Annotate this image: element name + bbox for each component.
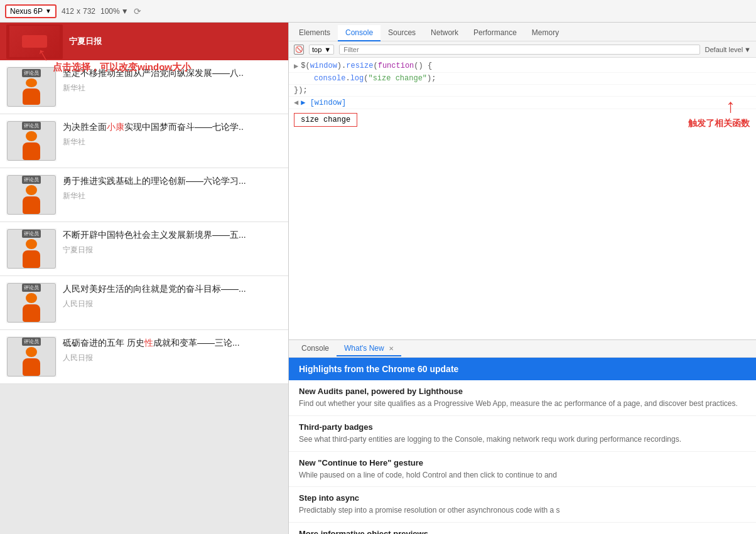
console-code-2: console.log("size change"); xyxy=(314,74,436,83)
news-header: 宁夏日报 xyxy=(0,23,288,60)
whats-new-title-4: Step into async xyxy=(299,493,746,503)
news-source-4: 宁夏日报 xyxy=(63,245,282,255)
news-item[interactable]: 评论员 坚定不移推动全面从严治党向纵深发展——八.. 新华社 xyxy=(0,60,288,114)
news-item[interactable]: 评论员 砥砺奋进的五年 历史性成就和变革——三论... 人民日报 xyxy=(0,330,288,384)
console-code-3: }); xyxy=(294,86,308,95)
news-source-1: 新华社 xyxy=(63,83,282,93)
console-line: console.log("size change"); xyxy=(289,73,756,85)
whats-new-close[interactable]: ✕ xyxy=(389,345,394,352)
filter-input[interactable] xyxy=(339,45,699,55)
news-content-1: 坚定不移推动全面从严治党向纵深发展——八.. 新华社 xyxy=(63,67,282,93)
news-content-3: 勇于推进实践基础上的理论创新——六论学习... 新华社 xyxy=(63,174,282,201)
devtools-panel: Elements Console Sources Network Perform… xyxy=(289,23,756,534)
news-list: 宁夏日报 评论员 坚定不移推动全面从严治党向纵深发展——八.. 新华社 xyxy=(0,23,288,384)
whats-new-item: Third-party badges See what third-party … xyxy=(289,416,756,452)
news-content-2: 为决胜全面小康实现中国梦而奋斗——七论学.. 新华社 xyxy=(63,120,282,147)
x-separator: x xyxy=(77,7,80,16)
news-title-6: 砥砺奋进的五年 历史性成就和变革——三论... xyxy=(63,336,282,350)
whats-new-header: Highlights from the Chrome 60 update xyxy=(289,358,756,380)
console-line: ▶ $(window).resize(function() { xyxy=(289,60,756,73)
tab-sources[interactable]: Sources xyxy=(381,25,423,41)
whats-new-desc-1: Find out whether your site qualifies as … xyxy=(299,398,746,409)
tab-memory[interactable]: Memory xyxy=(524,25,566,41)
zoom-arrow: ▼ xyxy=(121,7,129,16)
console-line: }); xyxy=(289,85,756,97)
news-source-2: 新华社 xyxy=(63,137,282,147)
news-content-4: 不断开辟中国特色社会主义发展新境界——五... 宁夏日报 xyxy=(63,228,282,255)
news-thumb-5: 评论员 xyxy=(6,282,57,323)
default-level-label: Default level xyxy=(705,46,743,53)
bottom-tabs: Console What's New ✕ xyxy=(289,340,756,358)
news-item[interactable]: 评论员 为决胜全面小康实现中国梦而奋斗——七论学.. 新华社 xyxy=(0,114,288,168)
news-thumb-1: 评论员 xyxy=(6,67,57,107)
commentator-1: 评论员 xyxy=(7,67,56,107)
news-thumb-4: 评论员 xyxy=(6,228,57,269)
top-toolbar: Nexus 6P ▼ 412 x 732 100% ▼ ⟳ xyxy=(0,0,756,23)
devtools-tabs: Elements Console Sources Network Perform… xyxy=(289,23,756,41)
news-item[interactable]: 评论员 不断开辟中国特色社会主义发展新境界——五... 宁夏日报 xyxy=(0,222,288,276)
console-output-area: size change xyxy=(289,109,756,131)
whats-new-title-3: New "Continue to Here" gesture xyxy=(299,458,746,467)
level-arrow: ▼ xyxy=(744,46,751,53)
whats-new-item: New "Continue to Here" gesture While pau… xyxy=(289,452,756,488)
news-title-5: 人民对美好生活的向往就是党的奋斗目标——... xyxy=(63,282,282,296)
tab-console[interactable]: Console xyxy=(338,25,381,41)
context-value: top xyxy=(312,46,321,53)
bottom-tab-console[interactable]: Console xyxy=(294,341,337,356)
news-title-4: 不断开辟中国特色社会主义发展新境界——五... xyxy=(63,228,282,242)
news-source-6: 人民日报 xyxy=(63,353,282,363)
news-thumb-6: 评论员 xyxy=(6,336,57,377)
whats-new-item: More informative object previews Get a b… xyxy=(289,523,756,534)
tab-network[interactable]: Network xyxy=(423,25,466,41)
whats-new-item: New Audits panel, powered by Lighthouse … xyxy=(289,380,756,416)
news-source-3: 新华社 xyxy=(63,191,282,201)
news-title-3: 勇于推进实践基础上的理论创新——六论学习... xyxy=(63,174,282,188)
news-item[interactable]: 评论员 人民对美好生活的向往就是党的奋斗目标——... 人民日报 xyxy=(0,276,288,330)
console-toolbar: 🚫 top ▼ Default level ▼ xyxy=(289,41,756,58)
size-change-output: size change xyxy=(294,113,357,127)
console-line-window: ◀ ▶ [window] xyxy=(289,97,756,109)
device-selector[interactable]: Nexus 6P ▼ xyxy=(5,4,57,18)
expand-icon[interactable]: ▶ xyxy=(294,61,298,71)
tab-performance[interactable]: Performance xyxy=(466,25,524,41)
news-thumb-2: 评论员 xyxy=(6,120,57,161)
devtools-body: ▶ $(window).resize(function() { console.… xyxy=(289,58,756,534)
device-arrow: ▼ xyxy=(45,8,51,14)
console-content: ▶ $(window).resize(function() { console.… xyxy=(289,58,756,339)
whats-new-desc-2: See what third-party entities are loggin… xyxy=(299,434,746,445)
news-title-2: 为决胜全面小康实现中国梦而奋斗——七论学.. xyxy=(63,120,282,134)
window-ref: ▶ [window] xyxy=(301,98,346,107)
default-level-dropdown[interactable]: Default level ▼ xyxy=(705,46,751,53)
news-title-1: 坚定不移推动全面从严治党向纵深发展——八.. xyxy=(63,67,282,80)
console-code: $(window).resize(function() { xyxy=(301,61,432,70)
context-arrow: ▼ xyxy=(324,46,331,53)
rotate-icon[interactable]: ⟳ xyxy=(134,6,141,16)
zoom-control[interactable]: 100% ▼ xyxy=(100,7,129,16)
news-content-6: 砥砺奋进的五年 历史性成就和变革——三论... 人民日报 xyxy=(63,336,282,363)
whats-new-title-2: Third-party badges xyxy=(299,422,746,432)
news-thumb-3: 评论员 xyxy=(6,174,57,215)
tab-elements[interactable]: Elements xyxy=(291,25,338,41)
news-content-5: 人民对美好生活的向往就是党的奋斗目标——... 人民日报 xyxy=(63,282,282,309)
device-name: Nexus 6P xyxy=(10,7,43,16)
header-source: 宁夏日报 xyxy=(69,36,102,47)
width-value: 412 xyxy=(62,7,74,16)
whats-new-title-1: New Audits panel, powered by Lighthouse xyxy=(299,387,746,396)
zoom-value: 100% xyxy=(100,7,120,16)
bottom-tab-whats-new[interactable]: What's New ✕ xyxy=(337,341,401,356)
mobile-preview: ↑ 点击选择，可以改变window大小 宁夏日报 xyxy=(0,23,289,534)
clear-console-button[interactable]: 🚫 xyxy=(294,45,304,55)
dimensions: 412 x 732 xyxy=(62,7,95,16)
whats-new-item: Step into async Predictably step into a … xyxy=(289,487,756,523)
main-area: ↑ 点击选择，可以改变window大小 宁夏日报 xyxy=(0,23,756,534)
news-source-5: 人民日报 xyxy=(63,299,282,309)
whats-new-desc-4: Predictably step into a promise resoluti… xyxy=(299,505,746,516)
height-value: 732 xyxy=(83,7,95,16)
header-thumb xyxy=(6,24,63,59)
whats-new-content: Highlights from the Chrome 60 update New… xyxy=(289,358,756,534)
whats-new-desc-3: While paused on a line of code, hold Con… xyxy=(299,470,746,481)
expand-icon-2[interactable]: ◀ xyxy=(294,98,298,107)
context-selector[interactable]: top ▼ xyxy=(309,45,334,55)
news-item[interactable]: 评论员 勇于推进实践基础上的理论创新——六论学习... 新华社 xyxy=(0,168,288,222)
whats-new-title-5: More informative object previews xyxy=(299,529,746,534)
